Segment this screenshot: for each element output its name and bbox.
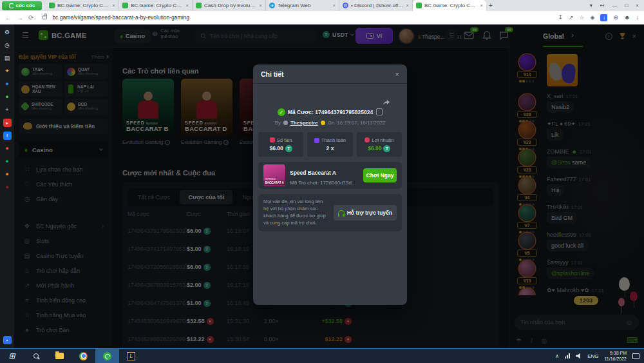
taskbar-coccoc-icon[interactable]: [95, 349, 119, 363]
discord-favicon: ᗣ: [343, 3, 348, 8]
taskbar-start-icon[interactable]: ⊞: [0, 349, 24, 363]
forward-icon[interactable]: →: [17, 14, 23, 21]
bcgame-favicon: [122, 3, 128, 8]
sidebar-icon-settings[interactable]: ⚙: [3, 28, 12, 37]
bet-meta-row: By Thespectre On 16:19:07, 16/11/2022: [253, 120, 407, 126]
sidebar-icon-history[interactable]: ◷: [3, 41, 12, 50]
sidebar-icon-shop-green[interactable]: ●: [3, 157, 12, 166]
taskbar-clock[interactable]: 5:38 PM 11/16/2022: [604, 350, 627, 362]
tab-title: BC.Game: Crypto Casino Gan: [131, 3, 183, 8]
tab-close-icon[interactable]: ×: [406, 3, 409, 8]
url-text[interactable]: bc.game/vi/game/speed-baccarat-a-by-evol…: [52, 14, 553, 21]
back-icon[interactable]: ←: [5, 14, 12, 21]
stat-label: Thanh toán: [321, 137, 346, 143]
browser-tab[interactable]: ✈Telegram Web×: [266, 0, 339, 11]
sidebar-icon-add[interactable]: +: [3, 106, 12, 114]
stat-value: $6.00: [270, 145, 283, 152]
browser-tab[interactable]: BC.Game: Crypto Casino Gan×: [119, 0, 193, 11]
hidden-icons-chevron[interactable]: ∧: [555, 353, 559, 359]
profile-icon[interactable]: ☻: [624, 14, 630, 21]
taskbar-explorer-icon[interactable]: [48, 349, 71, 363]
stat-value: $6.00: [368, 145, 381, 152]
modal-title: Chi tiết: [261, 70, 284, 78]
downloads-icon[interactable]: ↓: [636, 14, 639, 21]
share-icon[interactable]: [383, 97, 390, 108]
action-center-icon[interactable]: [632, 353, 639, 359]
reload-icon[interactable]: ⟳: [28, 14, 33, 21]
bcgame-favicon: [49, 3, 55, 8]
copy-icon[interactable]: [377, 110, 383, 115]
new-tab-button[interactable]: +: [486, 2, 495, 9]
volume-icon[interactable]: [576, 353, 582, 359]
modal-note: Mọi vấn đề, xin vui lòng liên hệ với bộ …: [258, 194, 402, 231]
language-indicator[interactable]: ENG: [587, 353, 598, 359]
clock-time: 5:38 PM: [604, 350, 627, 356]
taskbar-apps: ⊞L: [0, 349, 143, 363]
verified-check-icon: ✓: [278, 108, 285, 116]
extensions-icon[interactable]: ⊕: [613, 14, 618, 21]
tab-search-icon[interactable]: ▾: [590, 3, 592, 8]
stat-payout: Thanh toán2 x: [307, 132, 352, 157]
taskbar-lol-icon[interactable]: L: [119, 349, 143, 363]
sidebar-icon-reading-list[interactable]: ▤: [3, 54, 12, 63]
tab-close-icon[interactable]: ×: [185, 3, 189, 8]
sidebar-icon-messenger[interactable]: ●: [3, 80, 12, 88]
tab-close-icon[interactable]: ×: [480, 3, 483, 8]
tab-close-icon[interactable]: ×: [112, 3, 115, 8]
stat-value: 2 x: [327, 145, 334, 152]
tab-close-icon[interactable]: ×: [259, 3, 262, 8]
sidebar-icon-facebook[interactable]: f: [3, 132, 12, 140]
thumb-name-label: BACCARAT A: [263, 181, 285, 185]
coccoc-logo-icon: [9, 3, 14, 8]
stat-profit: Lợi nhuận$6.00T: [357, 132, 402, 157]
download-box-icon[interactable]: ↓: [600, 14, 607, 21]
player-link[interactable]: Thespectre: [290, 120, 318, 126]
play-now-button[interactable]: Chơi Ngay: [363, 168, 397, 182]
by-label: By: [275, 120, 281, 126]
coccoc-menu-button[interactable]: cốc cốc: [2, 1, 42, 10]
game-id-label: Mã Trò chơi:: [290, 180, 319, 186]
taskbar-search-icon[interactable]: [24, 349, 48, 363]
payout-icon: [314, 138, 319, 143]
tab-close-icon[interactable]: ×: [332, 3, 336, 8]
screen: cốc cốc BC.Game: Crypto Casino Gan×BC.Ga…: [0, 0, 644, 363]
sidebar-icon-bookmarks[interactable]: ✦: [3, 67, 12, 75]
minimize-button[interactable]: —: [612, 3, 617, 8]
close-window-button[interactable]: ×: [636, 3, 639, 8]
modal-close-icon[interactable]: ×: [395, 70, 399, 78]
browser-tab[interactable]: BC.Game: Crypto Casino Gan×: [413, 0, 486, 11]
sidebar-icon-shop-bag[interactable]: ●: [3, 170, 12, 179]
bee-icon: [321, 121, 325, 125]
tab-title: • Discord | #show-off-you: [351, 3, 403, 8]
browser-tab[interactable]: Cash Drop by Evolution! Wo×: [193, 0, 266, 11]
browser-tab[interactable]: ᗣ• Discord | #show-off-you×: [339, 0, 413, 11]
lock-icon: [43, 15, 47, 19]
sidebar-icon-youtube[interactable]: ▸: [3, 119, 12, 127]
browser-tab-strip: cốc cốc BC.Game: Crypto Casino Gan×BC.Ga…: [0, 0, 644, 11]
adblock-shield-icon[interactable]: ◈: [591, 14, 595, 21]
address-actions: ↧↗☆◈↓⊕☻↓: [558, 14, 639, 21]
save-page-icon[interactable]: ↧: [558, 14, 563, 21]
sidebar-icon-feedback[interactable]: ▪: [3, 336, 12, 344]
support-button[interactable]: Hỗ trợ trực tuyến: [334, 205, 397, 221]
coccoc-sidebar: ⚙◷▤✦●●+▸f●●●●▪: [0, 25, 14, 348]
coccoc-brand: cốc cốc: [16, 3, 35, 8]
game-thumbnail[interactable]: SPEED BACCARAT A: [263, 164, 285, 186]
taskbar: ⊞L ∧ ENG 5:38 PM 11/16/2022: [0, 348, 644, 363]
network-icon[interactable]: [565, 353, 570, 358]
clock-date: 11/16/2022: [604, 356, 627, 362]
bookmark-star-icon[interactable]: ☆: [579, 14, 584, 21]
browser-tab[interactable]: BC.Game: Crypto Casino Gan×: [46, 0, 119, 11]
share-page-icon[interactable]: ↗: [569, 14, 574, 21]
sidebar-icon-games[interactable]: ●: [3, 93, 12, 101]
maximize-button[interactable]: □: [625, 3, 628, 8]
sidebar-icon-shop-red[interactable]: ●: [3, 183, 12, 191]
modal-game-row: SPEED BACCARAT A Speed Baccarat A Mã Trò…: [258, 162, 402, 189]
pin-tab-icon[interactable]: ↤: [600, 3, 605, 8]
tab-title: BC.Game: Crypto Casino Gan: [424, 3, 477, 8]
modal-game-name: Speed Baccarat A: [290, 170, 336, 176]
taskbar-chrome-icon[interactable]: [71, 349, 95, 363]
tabs-container: BC.Game: Crypto Casino Gan×BC.Game: Cryp…: [46, 0, 486, 11]
amount-icon: [270, 137, 275, 142]
sidebar-icon-shop-orange[interactable]: ●: [3, 144, 12, 153]
